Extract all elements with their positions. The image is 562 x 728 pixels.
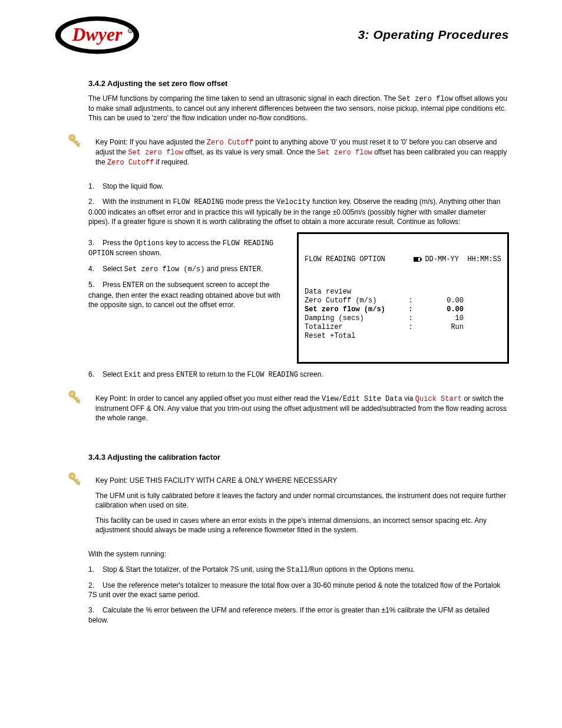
screen-rows: Data review Zero Cutoff (m/s):0.00 Set z… — [305, 288, 464, 341]
chapter-title: 3: Operating Procedures — [358, 28, 509, 42]
screen-title: FLOW READING OPTION — [305, 255, 385, 264]
lcd-screen: FLOW READING OPTION DD-MM-YY HH:MM:SS Da… — [297, 232, 509, 364]
keypoint-calibration-3: This facility can be used in cases where… — [95, 516, 509, 535]
svg-point-6 — [71, 136, 74, 139]
step-6: 6.Select Exit and press ENTER to return … — [88, 370, 509, 380]
step-5: 5.Press ENTER on the subsequent screen t… — [88, 280, 287, 309]
key-icon — [67, 133, 88, 153]
key-icon — [67, 389, 88, 409]
svg-rect-13 — [77, 399, 80, 402]
step-2: 2.With the instrument in FLOW READING mo… — [88, 197, 509, 226]
step2-3: 3.Calculate the % error between the UFM … — [88, 605, 509, 624]
svg-text:Dwyer: Dwyer — [72, 24, 123, 45]
step2-1: 1.Stop & Start the totalizer, of the Por… — [88, 565, 509, 575]
svg-rect-8 — [77, 142, 80, 145]
svg-point-16 — [71, 475, 74, 477]
key-icon — [67, 471, 88, 491]
step-4: 4.Select Set zero flow (m/s) and press E… — [88, 264, 287, 274]
svg-point-11 — [71, 393, 74, 396]
svg-rect-18 — [77, 481, 80, 484]
para-system-running: With the system running: — [88, 549, 509, 559]
keypoint-calibration-2: The UFM unit is fully calibrated before … — [95, 491, 509, 510]
step-3: 3.Press the Options key to access the FL… — [88, 238, 287, 258]
keypoint-cancel-offset: Key Point: In order to cancel any applie… — [95, 394, 509, 423]
keypoint-zero-cutoff: Key Point: If you have adjusted the Zero… — [95, 137, 509, 168]
step-1: 1.Stop the liquid flow. — [88, 182, 509, 191]
dwyer-logo: Dwyer R — [53, 14, 141, 55]
section-heading-343: 3.4.3 Adjusting the calibration factor — [88, 453, 509, 462]
section-heading-342: 3.4.2 Adjusting the set zero flow offset — [88, 79, 509, 88]
keypoint-calibration-1: Key Point: USE THIS FACILITY WITH CARE &… — [95, 476, 509, 485]
battery-icon — [414, 257, 421, 262]
step2-2: 2.Use the reference meter's totalizer to… — [88, 581, 509, 599]
section1-para1: The UFM functions by comparing the time … — [88, 94, 509, 123]
